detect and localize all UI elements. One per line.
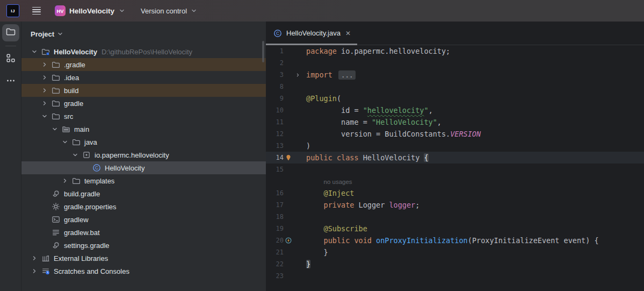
code-text: name = "HelloVelocity", <box>302 118 442 126</box>
structure-icon <box>5 53 16 66</box>
vcs-widget[interactable]: Version control <box>141 7 198 15</box>
tree-item-scratches-and-consoles[interactable]: Scratches and Consoles <box>21 265 266 278</box>
folder-icon <box>52 73 61 82</box>
project-panel-title: Project <box>31 30 54 38</box>
code-line-3[interactable]: 3import ... <box>266 69 644 81</box>
line-number: 17 <box>266 201 284 209</box>
code-line-14[interactable]: 14public class HelloVelocity { <box>266 152 644 164</box>
tree-item-main[interactable]: main <box>21 123 266 136</box>
tree-item-label: Scratches and Consoles <box>54 267 129 275</box>
chevron-right-icon[interactable] <box>31 254 41 262</box>
code-editor[interactable]: 1package io.papermc.hellovelocity;23impo… <box>266 45 644 291</box>
fold-chevron-icon[interactable] <box>293 72 302 78</box>
code-line-2[interactable]: 2 <box>266 57 644 69</box>
chevron-down-icon[interactable] <box>41 112 52 120</box>
chevron-down-icon[interactable] <box>31 48 41 55</box>
chevron-right-icon[interactable] <box>31 267 41 275</box>
terminal-icon <box>52 215 61 224</box>
main-menu-button[interactable] <box>30 5 43 17</box>
chevron-right-icon[interactable] <box>41 74 52 81</box>
chevron-down-icon <box>190 7 198 15</box>
tree-item-build-gradle[interactable]: build.gradle <box>21 187 266 200</box>
line-number: 23 <box>266 272 284 280</box>
event-gutter-icon[interactable] <box>284 237 293 244</box>
usages-hint[interactable]: no usages <box>324 179 352 185</box>
line-number: 9 <box>266 95 284 102</box>
code-line-11[interactable]: 11 name = "HelloVelocity", <box>266 116 644 128</box>
tree-item-external-libraries[interactable]: External Libraries <box>21 252 266 265</box>
chevron-down-icon[interactable] <box>71 151 82 159</box>
code-line-9[interactable]: 9@Plugin( <box>266 93 644 104</box>
tree-item-gradle-properties[interactable]: gradle.properties <box>21 200 266 213</box>
code-line-1[interactable]: 1package io.papermc.hellovelocity; <box>266 45 644 57</box>
intellij-logo-icon: IJ <box>6 4 19 17</box>
code-line-17[interactable]: 17 private Logger logger; <box>266 199 644 211</box>
code-text: package io.papermc.hellovelocity; <box>302 47 450 55</box>
chevron-right-icon[interactable] <box>41 61 52 68</box>
chevron-down-icon <box>118 7 126 15</box>
project-widget[interactable]: HV HelloVelocity <box>55 5 126 16</box>
code-line-22[interactable]: 22} <box>266 258 644 270</box>
tree-item-hellovelocity[interactable]: CHelloVelocity <box>21 161 266 174</box>
project-tool-button[interactable] <box>2 24 19 41</box>
tree-item-gradlew[interactable]: gradlew <box>21 213 266 226</box>
code-text: } <box>302 248 328 257</box>
folder-icon <box>72 138 81 146</box>
code-line-15[interactable]: 15 <box>266 164 644 175</box>
project-panel: Project HelloVelocityD:\githubRePos\Hell… <box>21 22 266 291</box>
code-line-13[interactable]: 13) <box>266 140 644 152</box>
code-text: id = "hellovelocity", <box>302 106 433 115</box>
folder-icon <box>52 99 61 108</box>
folder-icon <box>52 112 61 120</box>
tree-item-label: External Libraries <box>54 254 108 262</box>
tree-item-label: build <box>64 87 78 95</box>
code-line-19[interactable]: 19 @Subscribe <box>266 223 644 235</box>
tree-item-label: io.papermc.hellovelocity <box>95 151 169 159</box>
tree-item-io-papermc-hellovelocity[interactable]: io.papermc.hellovelocity <box>21 148 266 161</box>
plugin-gutter-icon[interactable] <box>284 154 293 161</box>
tree-item-gradlew-bat[interactable]: gradlew.bat <box>21 226 266 239</box>
code-line-21[interactable]: 21 } <box>266 246 644 258</box>
project-folder-icon <box>5 26 16 39</box>
line-number: 1 <box>266 47 284 55</box>
project-panel-header[interactable]: Project <box>21 22 266 42</box>
line-number: 21 <box>266 249 284 256</box>
tree-scrollbar-thumb[interactable] <box>262 41 264 62</box>
tree-item-label: src <box>64 112 73 120</box>
tree-item-src[interactable]: src <box>21 110 266 123</box>
code-line-20[interactable]: 20 public void onProxyInitialization(Pro… <box>266 235 644 246</box>
vcs-label: Version control <box>141 7 187 15</box>
chevron-down-icon[interactable] <box>51 125 62 133</box>
code-text: import ... <box>302 70 356 79</box>
inlay-hint-line[interactable]: no usages <box>266 175 644 187</box>
chevron-down-icon[interactable] <box>61 138 72 146</box>
code-line-8[interactable]: 8 <box>266 81 644 93</box>
chevron-right-icon[interactable] <box>61 177 72 184</box>
structure-tool-button[interactable] <box>2 51 19 68</box>
tab-hellovelocity-java[interactable]: C HelloVelocity.java ✕ <box>266 22 357 45</box>
tree-item-java[interactable]: java <box>21 136 266 148</box>
chevron-right-icon[interactable] <box>41 100 52 107</box>
code-line-18[interactable]: 18 <box>266 211 644 223</box>
chevron-right-icon[interactable] <box>41 87 52 94</box>
close-icon[interactable]: ✕ <box>345 30 351 37</box>
tree-item-gradle[interactable]: gradle <box>21 97 266 110</box>
line-number: 20 <box>266 237 284 244</box>
folder-icon <box>72 176 81 185</box>
svg-text:C: C <box>95 165 98 171</box>
more-tool-windows-button[interactable] <box>2 73 19 90</box>
class-icon: C <box>273 29 283 38</box>
code-line-23[interactable]: 23 <box>266 270 644 282</box>
tree-item-build[interactable]: build <box>21 84 266 97</box>
svg-text:C: C <box>276 31 279 36</box>
code-line-16[interactable]: 16 @Inject <box>266 187 644 199</box>
tree-item-settings-gradle[interactable]: settings.gradle <box>21 239 266 252</box>
code-line-10[interactable]: 10 id = "hellovelocity", <box>266 104 644 116</box>
line-number: 10 <box>266 107 284 114</box>
line-number: 18 <box>266 213 284 221</box>
tree-item-templates[interactable]: templates <box>21 174 266 187</box>
tree-item-idea[interactable]: .idea <box>21 71 266 84</box>
tree-item-hellovelocity[interactable]: HelloVelocityD:\githubRePos\HelloVelocit… <box>21 45 266 58</box>
tree-item-gradle[interactable]: .gradle <box>21 58 266 71</box>
code-line-12[interactable]: 12 version = BuildConstants.VERSION <box>266 128 644 140</box>
